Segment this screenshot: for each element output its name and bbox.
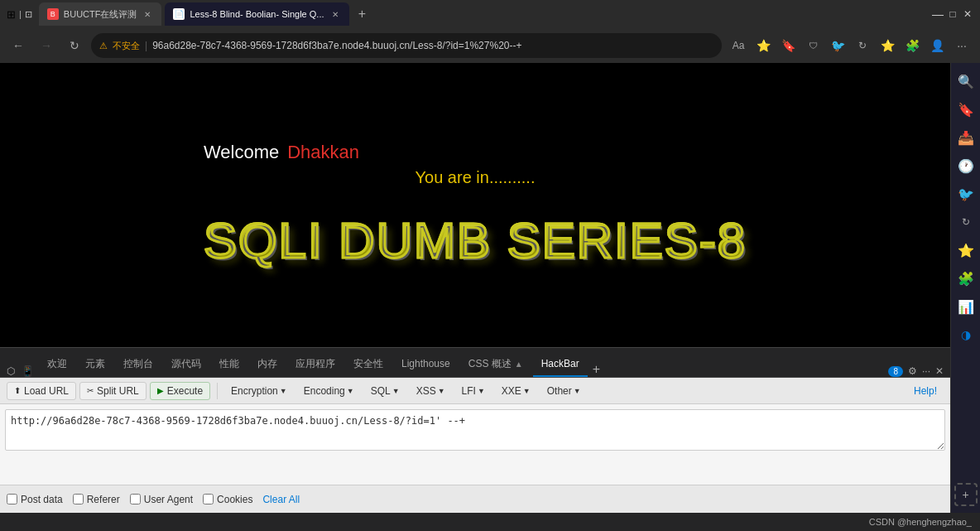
extensions-icon[interactable]: 🧩 <box>901 34 924 57</box>
minimize-button[interactable]: — <box>932 8 944 20</box>
devtools-close-icon[interactable]: ✕ <box>935 365 944 377</box>
you-are-in-text: You are in.......... <box>204 168 747 187</box>
sidebar-extensions-icon[interactable]: 🧩 <box>954 267 978 290</box>
device-icon[interactable]: 📱 <box>22 365 34 377</box>
xss-menu[interactable]: XSS ▼ <box>410 383 452 399</box>
css-overview-icon: ▲ <box>515 360 523 369</box>
refresh-button[interactable]: ↻ <box>63 34 86 57</box>
main-content: Welcome Dhakkan You are in.......... SQL… <box>0 63 950 513</box>
sidebar-add-icon[interactable]: + <box>954 483 978 506</box>
sync-icon[interactable]: ↻ <box>851 34 874 57</box>
error-badge: 8 <box>888 366 903 377</box>
user-agent-input[interactable] <box>130 494 141 504</box>
browser-essentials-icon[interactable]: 🛡 <box>801 34 824 57</box>
xxe-menu[interactable]: XXE ▼ <box>495 383 537 399</box>
sidebar-history-icon[interactable]: 🕐 <box>954 154 978 177</box>
sidebar-favorites-icon[interactable]: ⭐ <box>954 239 978 262</box>
tab-lighthouse[interactable]: Lighthouse <box>393 352 459 377</box>
add-panel-icon[interactable]: + <box>589 362 603 377</box>
maximize-button[interactable]: □ <box>947 8 958 20</box>
execute-icon: ▶ <box>157 386 164 395</box>
tab-welcome[interactable]: 欢迎 <box>39 352 75 377</box>
welcome-name: Dhakkan <box>287 142 359 163</box>
referer-input[interactable] <box>73 494 84 504</box>
browser-body: Welcome Dhakkan You are in.......... SQL… <box>0 63 980 513</box>
back-button[interactable]: ← <box>7 34 30 57</box>
collections-icon[interactable]: 🔖 <box>776 34 800 57</box>
user-agent-checkbox[interactable]: User Agent <box>130 494 193 505</box>
sidebar-twitter-icon[interactable]: 🐦 <box>954 182 978 205</box>
encryption-menu[interactable]: Encryption ▼ <box>224 383 294 399</box>
welcome-line: Welcome Dhakkan <box>204 142 747 163</box>
inspect-icon[interactable]: ⬡ <box>7 365 15 377</box>
devtools-controls: 8 ⚙ ··· ✕ <box>888 365 944 377</box>
execute-button[interactable]: ▶ Execute <box>150 382 210 400</box>
post-data-input[interactable] <box>7 494 17 504</box>
webpage: Welcome Dhakkan You are in.......... SQL… <box>0 63 950 347</box>
hackbar-toolbar: ⬆ Load URL ✂ Split URL ▶ Execute <box>0 378 950 404</box>
tab-favicon-less8: 📄 <box>173 8 185 20</box>
sql-menu[interactable]: SQL ▼ <box>364 383 406 399</box>
sidebar-downloads-icon[interactable]: 📥 <box>954 126 978 149</box>
browser-window: ⊞ | ⊡ B BUUCTF在线评测 ✕ 📄 Less-8 Blind- Boo… <box>0 0 980 531</box>
load-url-icon: ⬆ <box>14 386 21 395</box>
hackbar-actions-bar: Post data Referer User Agent Cookie <box>0 485 950 513</box>
sidebar-sync-icon[interactable]: ↻ <box>954 210 978 234</box>
tab-css-overview[interactable]: CSS 概述 ▲ <box>460 352 531 377</box>
lfi-menu[interactable]: LFI ▼ <box>455 383 492 399</box>
tab-memory[interactable]: 内存 <box>249 352 286 377</box>
hackbar-help[interactable]: Help! <box>907 383 944 399</box>
load-url-button[interactable]: ⬆ Load URL <box>7 382 76 400</box>
cookies-input[interactable] <box>203 494 214 504</box>
tab-security[interactable]: 安全性 <box>345 352 392 377</box>
welcome-prefix: Welcome <box>204 142 279 163</box>
sidebar-search-icon[interactable]: 🔍 <box>954 70 978 93</box>
sidebar-outlook-icon[interactable]: ◑ <box>954 323 978 346</box>
profile-icon[interactable]: 👤 <box>925 34 949 57</box>
tab-hackbar[interactable]: HackBar <box>533 352 588 377</box>
welcome-section: Welcome Dhakkan You are in.......... SQL… <box>204 142 747 269</box>
encoding-menu[interactable]: Encoding ▼ <box>297 383 361 399</box>
sqli-title: SQLI DUMB SERIES-8 <box>204 212 747 269</box>
tab-favicon-buuctf: B <box>47 8 59 20</box>
other-menu[interactable]: Other ▼ <box>540 383 588 399</box>
twitter-icon[interactable]: 🐦 <box>826 34 849 57</box>
encryption-dropdown-arrow: ▼ <box>280 387 287 395</box>
tab-close-buuctf[interactable]: ✕ <box>142 8 153 20</box>
encoding-dropdown-arrow: ▼ <box>347 387 354 395</box>
devtools-settings-icon[interactable]: ⚙ <box>908 365 917 377</box>
settings-more-icon[interactable]: ··· <box>950 34 973 57</box>
forward-button[interactable]: → <box>35 34 58 57</box>
tab-elements[interactable]: 元素 <box>77 352 113 377</box>
tab-label-less8: Less-8 Blind- Boolian- Single Q... <box>190 9 324 19</box>
post-data-checkbox[interactable]: Post data <box>7 494 63 505</box>
devtools-more-icon[interactable]: ··· <box>922 365 930 377</box>
reading-view-icon[interactable]: Aa <box>727 34 750 57</box>
tab-console[interactable]: 控制台 <box>115 352 161 377</box>
clear-all-button[interactable]: Clear All <box>262 494 300 505</box>
tab-close-less8[interactable]: ✕ <box>329 8 341 20</box>
referer-checkbox[interactable]: Referer <box>73 494 120 505</box>
xss-dropdown-arrow: ▼ <box>438 387 445 395</box>
profile-favorites-icon[interactable]: ⭐ <box>876 34 899 57</box>
hackbar-url-input[interactable] <box>5 409 945 451</box>
favorites-icon[interactable]: ⭐ <box>752 34 775 57</box>
sidebar-collections-icon[interactable]: 🔖 <box>954 98 978 121</box>
title-bar: ⊞ | ⊡ B BUUCTF在线评测 ✕ 📄 Less-8 Blind- Boo… <box>0 0 980 28</box>
close-window-button[interactable]: ✕ <box>962 8 973 20</box>
tab-buuctf[interactable]: B BUUCTF在线评测 ✕ <box>39 2 162 26</box>
new-tab-button[interactable]: + <box>353 4 372 24</box>
split-url-icon: ✂ <box>87 386 94 395</box>
sidebar-office-icon[interactable]: 📊 <box>954 295 978 318</box>
tab-label-buuctf: BUUCTF在线评测 <box>64 8 137 21</box>
hackbar-url-area <box>0 404 950 485</box>
tab-less8[interactable]: 📄 Less-8 Blind- Boolian- Single Q... ✕ <box>165 2 348 26</box>
split-url-button[interactable]: ✂ Split URL <box>79 382 147 400</box>
tab-sources[interactable]: 源代码 <box>163 352 209 377</box>
devtools-side-icons: ⬡ 📱 <box>7 365 34 377</box>
address-input[interactable] <box>152 40 713 51</box>
separator: | <box>145 40 147 51</box>
tab-application[interactable]: 应用程序 <box>287 352 343 377</box>
cookies-checkbox[interactable]: Cookies <box>203 494 252 505</box>
tab-performance[interactable]: 性能 <box>211 352 247 377</box>
